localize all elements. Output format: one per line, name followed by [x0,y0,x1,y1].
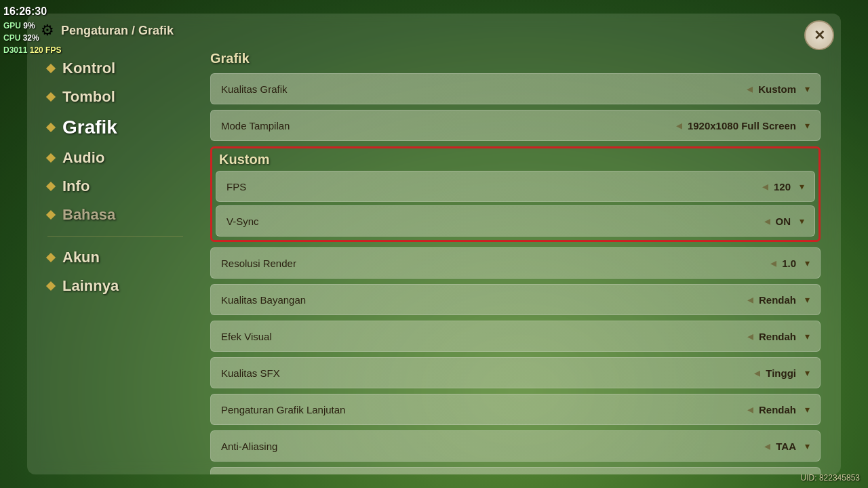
sidebar-label-bahasa: Bahasa [62,206,115,224]
setting-name-fps: FPS [226,181,762,192]
dropdown-arrow-icon: ▾ [805,258,810,268]
arrow-left-icon: ◂ [770,256,776,270]
gpu-label: GPU [3,21,21,30]
setting-value-mode-tampilan: 1920x1080 Full Screen [688,120,796,131]
diamond-icon [46,281,56,291]
sidebar-label-info: Info [62,178,90,195]
settings-header: ⚙ Pengaturan / Grafik [27,14,841,47]
header-title: Pengaturan / Grafik [61,24,174,38]
d3011-label: D3011 [3,45,27,55]
diamond-icon [46,153,56,163]
sidebar-item-info[interactable]: Info [47,172,197,201]
fps-label: FPS [45,45,61,55]
sidebar-item-akun[interactable]: Akun [47,243,197,272]
diamond-icon [46,253,56,262]
hud-stats: GPU 9% CPU 32% D3011 120 FPS [3,20,61,56]
custom-section-title: Kustom [216,152,815,167]
dropdown-arrow-icon: ▾ [805,331,810,342]
hud: 16:26:30 GPU 9% CPU 32% D3011 120 FPS [3,3,61,56]
setting-row-pengaturan-grafik-lanjutan[interactable]: Pengaturan Grafik Lanjutan ◂ Rendah ▾ [210,394,821,425]
sidebar-label-kontrol: Kontrol [62,60,115,77]
sidebar-item-grafik[interactable]: Grafik [47,111,197,144]
cpu-value: 32% [23,33,39,43]
arrow-left-icon: ◂ [764,214,770,228]
setting-value-resolusi-render: 1.0 [782,258,796,269]
main-section-title: Grafik [210,51,821,66]
diamond-icon [46,92,56,102]
uid-label: UID: 822345853 [801,473,860,483]
dropdown-arrow-icon: ▾ [805,404,810,415]
custom-section: Kustom FPS ◂ 120 ▾ V-Sync ◂ ON ▾ [210,146,821,242]
setting-value-pengaturan-grafik-lanjutan: Rendah [759,404,796,415]
hud-time: 16:26:30 [3,3,61,20]
dropdown-arrow-icon: ▾ [800,216,804,226]
sidebar-label-akun: Akun [62,249,100,266]
sidebar-label-audio: Audio [62,149,104,167]
dropdown-arrow-icon: ▾ [805,120,810,131]
setting-name-resolusi-render: Resolusi Render [221,258,770,269]
diamond-icon [46,123,56,132]
setting-row-efek-visual[interactable]: Efek Visual ◂ Rendah ▾ [210,321,821,352]
setting-row-mode-tampilan[interactable]: Mode Tampilan ◂ 1920x1080 Full Screen ▾ [210,110,821,141]
arrow-left-icon: ◂ [764,439,770,453]
setting-name-kualitas-bayangan: Kualitas Bayangan [221,294,747,306]
arrow-left-icon: ◂ [762,179,768,194]
setting-name-kualitas-sfx: Kualitas SFX [221,367,754,379]
arrow-left-icon: ◂ [747,292,753,307]
sidebar-label-tombol: Tombol [62,88,115,106]
setting-value-vsync: ON [776,216,791,227]
setting-row-resolusi-render[interactable]: Resolusi Render ◂ 1.0 ▾ [210,247,821,279]
setting-name-anti-aliasing: Anti-Aliasing [221,441,764,452]
setting-row-vsync[interactable]: V-Sync ◂ ON ▾ [216,205,815,237]
setting-row-kualitas-bayangan[interactable]: Kualitas Bayangan ◂ Rendah ▾ [210,284,821,315]
settings-content: Grafik Kualitas Grafik ◂ Kustom ▾ Mode T… [197,14,841,474]
dropdown-arrow-icon: ▾ [805,441,810,451]
close-button[interactable]: ✕ [804,20,834,50]
arrow-left-icon: ◂ [676,118,682,133]
dropdown-arrow-icon: ▾ [805,367,810,378]
setting-value-kualitas-sfx: Tinggi [766,367,796,379]
setting-row-kualitas-sfx[interactable]: Kualitas SFX ◂ Tinggi ▾ [210,357,821,388]
gpu-value: 9% [23,21,35,30]
sidebar-item-lainnya[interactable]: Lainnya [47,272,197,300]
setting-name-kualitas-grafik: Kualitas Grafik [221,83,747,95]
setting-row-fps[interactable]: FPS ◂ 120 ▾ [216,171,815,202]
sidebar-divider [47,236,183,237]
setting-row-anti-aliasing[interactable]: Anti-Aliasing ◂ TAA ▾ [210,430,821,462]
fps-value: 120 [30,45,43,55]
diamond-icon [46,182,56,191]
dropdown-arrow-icon: ▾ [800,181,804,192]
dropdown-arrow-icon: ▾ [805,294,810,305]
setting-name-vsync: V-Sync [226,216,764,227]
sidebar-label-grafik: Grafik [62,117,117,138]
arrow-left-icon: ◂ [747,402,753,417]
diamond-icon [46,210,56,220]
setting-name-efek-visual: Efek Visual [221,331,747,342]
setting-value-kualitas-grafik: Kustom [758,83,796,95]
setting-value-anti-aliasing: TAA [776,441,796,452]
setting-value-fps: 120 [774,181,791,192]
arrow-left-icon: ◂ [747,329,753,344]
settings-panel: ⚙ Pengaturan / Grafik ✕ Kontrol Tombol G… [27,14,841,474]
setting-value-kualitas-bayangan: Rendah [759,294,796,306]
sidebar-item-bahasa[interactable]: Bahasa [47,201,197,229]
setting-value-efek-visual: Rendah [759,331,796,342]
setting-name-pengaturan-grafik-lanjutan: Pengaturan Grafik Lanjutan [221,404,747,415]
setting-row-efek-kabut[interactable]: Efek Kabut ◂ OFF ▾ [210,467,821,474]
arrow-left-icon: ◂ [747,81,753,96]
diamond-icon [46,64,56,73]
sidebar-label-lainnya: Lainnya [62,277,119,295]
sidebar: Kontrol Tombol Grafik Audio Info Bahasa … [27,14,197,474]
setting-row-kualitas-grafik[interactable]: Kualitas Grafik ◂ Kustom ▾ [210,73,821,104]
sidebar-item-kontrol[interactable]: Kontrol [47,54,197,83]
cpu-label: CPU [3,33,20,43]
setting-name-mode-tampilan: Mode Tampilan [221,120,676,131]
dropdown-arrow-icon: ▾ [805,83,810,94]
close-icon: ✕ [814,27,825,43]
sidebar-item-audio[interactable]: Audio [47,144,197,172]
arrow-left-icon: ◂ [754,365,760,380]
sidebar-item-tombol[interactable]: Tombol [47,83,197,111]
